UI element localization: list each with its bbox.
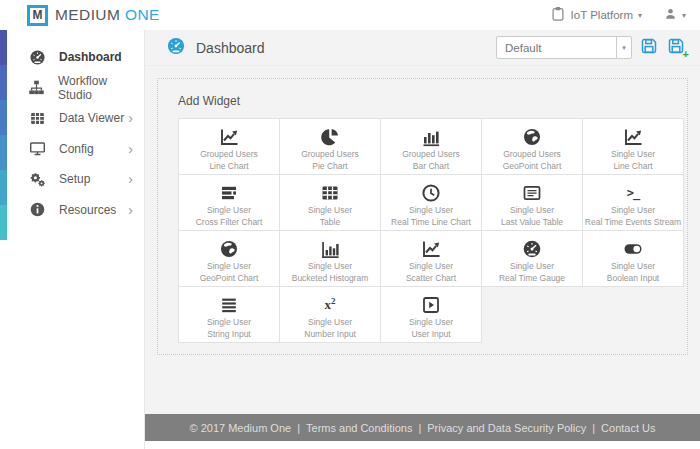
histogram-icon [280, 237, 380, 260]
footer-separator: | [297, 422, 300, 434]
cross-filter-icon [179, 181, 279, 204]
sidebar-item-label: Resources [59, 203, 116, 217]
widget-label-line2: User Input [381, 328, 481, 340]
header-actions: Default ▾ + [496, 36, 686, 59]
scatter-icon [381, 237, 481, 260]
widget-card[interactable]: Grouped UsersPie Chart [279, 118, 381, 175]
widget-label-line1: Single User [482, 204, 582, 216]
widget-label-line2: Line Chart [179, 160, 279, 172]
widget-card[interactable]: Single UserReal Time Line Chart [380, 174, 482, 231]
widget-label-line2: Real Time Line Chart [381, 216, 481, 228]
widget-label-line1: Single User [179, 316, 279, 328]
footer-link-privacy[interactable]: Privacy and Data Security Policy [427, 422, 586, 434]
widget-card[interactable]: Single UserBucketed Histogram [279, 230, 381, 287]
widget-label-line2: Bucketed Histogram [280, 272, 380, 284]
widget-label-line2: Cross Filter Chart [179, 216, 279, 228]
platform-menu[interactable]: IoT Platform ▾ [550, 5, 642, 25]
widget-label-line1: Grouped Users [482, 148, 582, 160]
sidebar-item-resources[interactable]: Resources › [0, 195, 144, 226]
widget-card[interactable]: Single UserReal Time Gauge [481, 230, 583, 287]
widget-card[interactable]: Single UserCross Filter Chart [178, 174, 280, 231]
sidebar-item-config[interactable]: Config › [0, 134, 144, 165]
pie-chart-icon [280, 125, 380, 148]
sidebar-item-label: Workflow Studio [58, 74, 133, 102]
sidebar-item-dashboard[interactable]: Dashboard [0, 42, 144, 73]
toggle-icon [583, 237, 683, 260]
widget-card[interactable]: Single UserGeoPoint Chart [178, 230, 280, 287]
widget-card[interactable]: Grouped UsersGeoPoint Chart [481, 118, 583, 175]
dashboard-select[interactable]: Default ▾ [496, 36, 632, 59]
widget-label-line1: Single User [381, 316, 481, 328]
content-header: Dashboard Default ▾ [145, 30, 700, 66]
body: Dashboard Workflow Studio Data Viewer › [0, 30, 700, 449]
page-title: Dashboard [196, 40, 265, 56]
sidebar-item-label: Config [59, 142, 94, 156]
widget-label-line2: Bar Chart [381, 160, 481, 172]
globe-icon [482, 125, 582, 148]
widget-card[interactable]: Single UserBoolean Input [582, 230, 684, 287]
content: Dashboard Default ▾ [145, 30, 700, 449]
widget-label-line1: Grouped Users [381, 148, 481, 160]
widget-card[interactable]: Single UserString Input [178, 286, 280, 343]
widget-label-line1: Single User [583, 204, 683, 216]
footer-link-terms[interactable]: Terms and Conditions [306, 422, 412, 434]
widget-label-line2: Boolean Input [583, 272, 683, 284]
topbar-right: IoT Platform ▾ ▾ [550, 5, 686, 25]
footer-separator: | [418, 422, 421, 434]
medium-one-logo-icon: M [27, 5, 48, 26]
widget-label-line2: Last Value Table [482, 216, 582, 228]
footer-link-contact[interactable]: Contact Us [601, 422, 655, 434]
top-bar: M MEDIUM ONE IoT Platform ▾ ▾ [0, 0, 700, 30]
widget-card[interactable]: Grouped UsersBar Chart [380, 118, 482, 175]
save-dashboard-button[interactable] [639, 38, 659, 58]
widget-label-line1: Single User [482, 260, 582, 272]
table-icon [28, 110, 46, 127]
widget-label-line2: Table [280, 216, 380, 228]
widget-card[interactable]: Single UserLine Chart [582, 118, 684, 175]
sidebar-item-workflow-studio[interactable]: Workflow Studio [0, 73, 144, 104]
widget-label-line1: Single User [179, 204, 279, 216]
line-chart-icon [583, 125, 683, 148]
widget-label-line1: Single User [381, 204, 481, 216]
sidebar-item-data-viewer[interactable]: Data Viewer › [0, 103, 144, 134]
dashboard-icon [167, 37, 185, 59]
widget-card[interactable]: x2Single UserNumber Input [279, 286, 381, 343]
widget-label-line2: Real Time Events Stream [583, 216, 683, 228]
gears-icon [28, 171, 46, 188]
widget-label-line1: Single User [583, 148, 683, 160]
sidebar-item-label: Data Viewer [59, 111, 124, 125]
widget-card[interactable]: Single UserTable [279, 174, 381, 231]
dashboard-gauge-icon [28, 49, 46, 66]
save-as-new-dashboard-button[interactable]: + [666, 38, 686, 58]
widget-card[interactable]: Grouped UsersLine Chart [178, 118, 280, 175]
save-icon [640, 37, 658, 59]
gauge-icon [482, 237, 582, 260]
sidebar-item-setup[interactable]: Setup › [0, 164, 144, 195]
sidebar-nav: Dashboard Workflow Studio Data Viewer › [0, 30, 144, 225]
widget-label-line2: Scatter Chart [381, 272, 481, 284]
terminal-icon: >_ [583, 181, 683, 204]
dashboard-select-value: Default [497, 42, 616, 54]
table-icon [280, 181, 380, 204]
brand-medium: MEDIUM [55, 6, 120, 23]
user-menu[interactable]: ▾ [664, 7, 686, 23]
footer-copyright: © 2017 Medium One [189, 422, 291, 434]
sidebar: Dashboard Workflow Studio Data Viewer › [0, 30, 145, 449]
widget-label-line1: Single User [583, 260, 683, 272]
widget-label-line2: GeoPoint Chart [482, 160, 582, 172]
content-area: Dashboard Default ▾ [145, 30, 700, 414]
widget-label-line1: Single User [280, 204, 380, 216]
widget-card[interactable]: Single UserLast Value Table [481, 174, 583, 231]
widget-label-line2: Line Chart [583, 160, 683, 172]
widget-label-line2: GeoPoint Chart [179, 272, 279, 284]
widget-label-line2: Number Input [280, 328, 380, 340]
select-caret-icon: ▾ [616, 37, 631, 58]
list-table-icon [482, 181, 582, 204]
widget-label-line1: Single User [280, 260, 380, 272]
footer: © 2017 Medium One | Terms and Conditions… [145, 414, 700, 441]
widget-card[interactable]: Single UserUser Input [380, 286, 482, 343]
widget-card[interactable]: >_Single UserReal Time Events Stream [582, 174, 684, 231]
clipboard-icon [550, 5, 566, 25]
plus-badge-icon: + [683, 49, 689, 60]
widget-card[interactable]: Single UserScatter Chart [380, 230, 482, 287]
